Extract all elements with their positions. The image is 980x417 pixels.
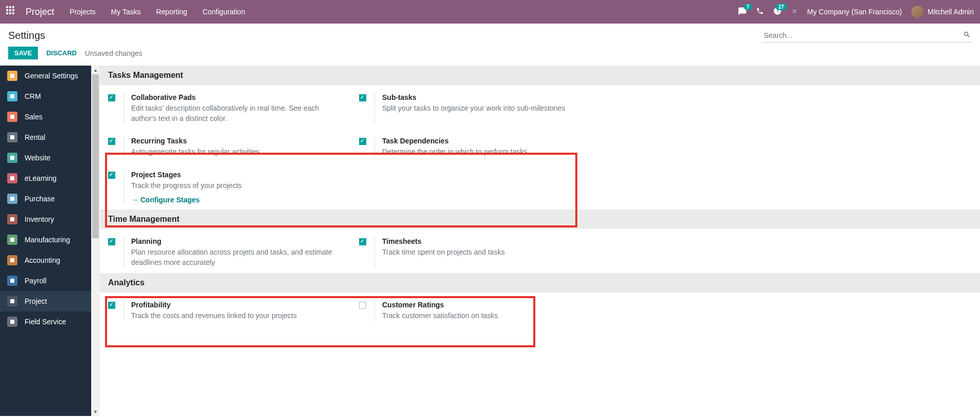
menu-my-tasks[interactable]: My Tasks [111, 8, 141, 16]
sidebar-item-manufacturing[interactable]: Manufacturing [0, 230, 91, 250]
setting-desc: Plan resource allocation across projets … [131, 247, 343, 267]
svg-rect-1 [10, 94, 14, 98]
sidebar-item-label: eLearning [25, 174, 56, 182]
sidebar-item-label: Field Service [25, 318, 66, 326]
discard-button[interactable]: DISCARD [46, 49, 76, 57]
setting-customer-ratings: Customer Ratings Track customer satisfac… [351, 293, 602, 326]
setting-desc: Track the progress of your projects [131, 181, 343, 191]
checkbox-project-stages[interactable] [108, 172, 115, 179]
setting-desc: Split your tasks to organize your work i… [382, 103, 594, 114]
setting-title: Task Dependencies [382, 137, 594, 145]
sidebar-item-crm[interactable]: CRM [0, 86, 91, 107]
checkbox-planning[interactable] [108, 238, 115, 245]
settings-content: Tasks Management Collaborative Pads Edit… [100, 66, 980, 416]
search-input[interactable] [762, 29, 972, 43]
sidebar-item-label: CRM [25, 92, 41, 100]
sidebar-item-payroll[interactable]: Payroll [0, 270, 91, 291]
messages-badge: 7 [744, 4, 752, 10]
setting-task-dependencies: Task Dependencies Determine the order in… [351, 129, 602, 162]
avatar [911, 6, 924, 18]
status-text: Unsaved changes [85, 49, 142, 57]
setting-desc: Track time spent on projects and tasks [382, 247, 594, 258]
scrollbar[interactable]: ▲ ▼ [91, 66, 100, 416]
setting-title: Customer Ratings [382, 301, 594, 309]
brand[interactable]: Project [26, 7, 54, 17]
sidebar-item-label: Project [25, 297, 47, 305]
activities-badge: 27 [776, 4, 786, 10]
activities-icon[interactable]: 27 [773, 7, 782, 17]
checkbox-task-dependencies[interactable] [359, 138, 366, 145]
checkbox-timesheets[interactable] [359, 238, 366, 245]
apps-icon[interactable] [6, 6, 17, 17]
menu-projects[interactable]: Projects [70, 8, 96, 16]
company-switcher[interactable]: My Company (San Francisco) [807, 8, 902, 16]
module-icon [7, 91, 17, 101]
sidebar-item-label: Purchase [25, 195, 55, 203]
module-icon [7, 112, 17, 122]
sidebar-item-accounting[interactable]: Accounting [0, 250, 91, 270]
save-button[interactable]: SAVE [8, 47, 38, 59]
setting-desc: Auto-generate tasks for regular activiti… [131, 147, 343, 157]
setting-desc: Track customer satisfaction on tasks [382, 311, 594, 321]
sidebar-item-website[interactable]: Website [0, 148, 91, 168]
module-icon [7, 235, 17, 245]
svg-rect-5 [10, 176, 14, 180]
user-name: Mitchell Admin [928, 8, 974, 16]
sidebar-item-label: Manufacturing [25, 236, 70, 244]
module-icon [7, 153, 17, 163]
checkbox-recurring-tasks[interactable] [108, 138, 115, 145]
setting-desc: Determine the order in which to perform … [382, 147, 594, 157]
sidebar-item-label: Payroll [25, 277, 47, 285]
sidebar-item-rental[interactable]: Rental [0, 127, 91, 148]
menu-configuration[interactable]: Configuration [202, 8, 245, 16]
sidebar-item-label: General Settings [25, 72, 78, 80]
sidebar-item-elearning[interactable]: eLearning [0, 168, 91, 189]
setting-title: Profitability [131, 301, 343, 309]
control-panel: Settings SAVE DISCARD Unsaved changes [0, 24, 980, 66]
module-icon [7, 173, 17, 183]
settings-sidebar: General SettingsCRMSalesRentalWebsiteeLe… [0, 66, 91, 416]
setting-title: Project Stages [131, 171, 343, 179]
svg-rect-11 [10, 299, 14, 303]
main: General SettingsCRMSalesRentalWebsiteeLe… [0, 66, 980, 416]
svg-rect-4 [10, 156, 14, 160]
sidebar-item-project[interactable]: Project [0, 291, 91, 311]
section-tasks-header: Tasks Management [100, 66, 980, 85]
svg-rect-10 [10, 279, 14, 283]
setting-recurring-tasks: Recurring Tasks Auto-generate tasks for … [100, 129, 351, 162]
sidebar-item-label: Inventory [25, 215, 54, 223]
svg-rect-9 [10, 258, 14, 262]
checkbox-sub-tasks[interactable] [359, 94, 366, 101]
close-tray-icon[interactable] [791, 8, 798, 16]
module-icon [7, 71, 17, 81]
sidebar-item-inventory[interactable]: Inventory [0, 209, 91, 230]
arrow-right-icon: → [131, 196, 138, 204]
svg-rect-3 [10, 135, 14, 139]
messages-icon[interactable]: 7 [738, 7, 747, 17]
search-box [762, 29, 972, 43]
module-icon [7, 214, 17, 224]
setting-title: Timesheets [382, 237, 594, 245]
setting-collaborative-pads: Collaborative Pads Edit tasks' descripti… [100, 85, 351, 129]
sidebar-item-label: Sales [25, 113, 43, 121]
user-menu[interactable]: Mitchell Admin [911, 6, 974, 18]
sidebar-item-general-settings[interactable]: General Settings [0, 66, 91, 86]
checkbox-customer-ratings[interactable] [359, 302, 366, 309]
setting-title: Planning [131, 237, 343, 245]
module-icon [7, 276, 17, 286]
search-icon[interactable] [963, 31, 971, 40]
scrollbar-thumb[interactable] [92, 74, 99, 238]
section-time-header: Time Management [100, 210, 980, 229]
sidebar-item-label: Rental [25, 133, 45, 141]
sidebar-item-purchase[interactable]: Purchase [0, 189, 91, 209]
module-icon [7, 194, 17, 204]
checkbox-profitability[interactable] [108, 302, 115, 309]
configure-stages-link[interactable]: → Configure Stages [131, 196, 200, 204]
phone-icon[interactable] [756, 7, 764, 16]
sidebar-item-field-service[interactable]: Field Service [0, 311, 91, 332]
module-icon [7, 317, 17, 327]
checkbox-collaborative-pads[interactable] [108, 94, 115, 101]
sidebar-item-sales[interactable]: Sales [0, 107, 91, 127]
svg-rect-2 [10, 115, 14, 119]
menu-reporting[interactable]: Reporting [156, 8, 187, 16]
